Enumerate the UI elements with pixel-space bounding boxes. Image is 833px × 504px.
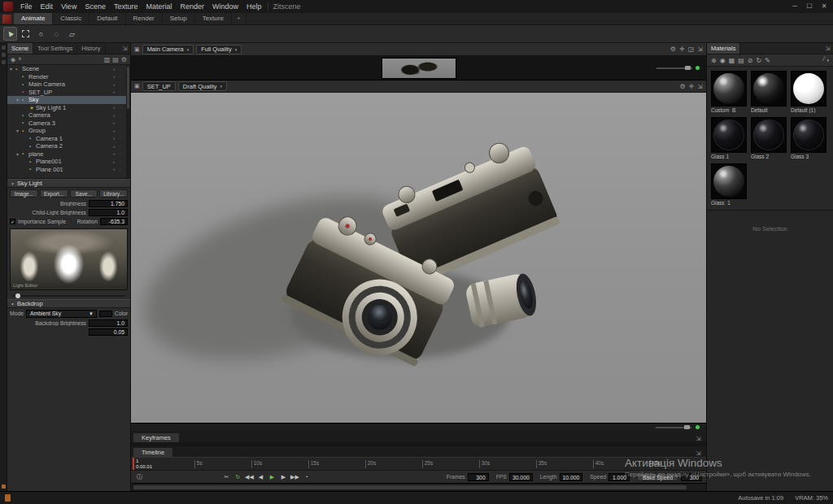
snap-icon[interactable]: ◲ — [688, 46, 695, 53]
tree-item-main-camera[interactable]: ▪ Main Camera — [7, 80, 130, 89]
material-thumbnail[interactable] — [711, 163, 747, 199]
edit-material-icon[interactable]: ✎ — [765, 57, 770, 64]
menu-texture[interactable]: Texture — [110, 0, 142, 13]
material-item[interactable]: Custom_B — [711, 71, 747, 113]
add-material-icon[interactable]: ⊕ — [711, 57, 717, 64]
image-button[interactable]: Image... — [10, 189, 38, 198]
notes-icon[interactable] — [5, 494, 11, 502]
slider-handle[interactable] — [685, 66, 691, 70]
gear-icon[interactable]: ⚙ — [679, 83, 685, 90]
refresh-icon[interactable]: ↻ — [757, 57, 762, 64]
circle-select-tool[interactable]: ○ — [34, 27, 48, 41]
child-brightness-field[interactable]: 1.0 — [89, 209, 128, 216]
tree-item-camera[interactable]: ▪ Camera — [7, 111, 130, 119]
menu-window[interactable]: Window — [208, 0, 242, 13]
tree-item-plane[interactable]: ▾ ▪ plane — [7, 150, 130, 159]
close-button[interactable]: ✕ — [817, 0, 831, 13]
select-arrow-tool[interactable]: ▶ — [3, 27, 17, 41]
panel-expand-icon[interactable]: ⇲ — [822, 43, 833, 54]
folder-icon[interactable]: ▤ — [112, 56, 119, 63]
tree-expander-icon[interactable]: ▾ — [16, 128, 22, 133]
material-sphere-icon[interactable]: ◉ — [720, 57, 726, 64]
lasso-select-tool[interactable]: ◌ — [50, 27, 63, 41]
end-frame-field[interactable]: 300 — [681, 473, 702, 481]
material-thumbnail[interactable] — [711, 71, 747, 106]
tab-keyframes[interactable]: Keyframes — [133, 432, 180, 442]
material-item[interactable]: Glass_1 — [711, 163, 747, 206]
tree-expander-icon[interactable]: ▾ — [10, 66, 15, 72]
new-folder-icon[interactable]: ▥ — [104, 56, 111, 63]
sky-light-section-header[interactable]: ▼ Sky Light — [7, 179, 130, 188]
material-item[interactable]: Default — [751, 71, 787, 113]
export-button[interactable]: Export... — [40, 189, 68, 198]
tree-item-camera-3[interactable]: ▪ Camera 3 — [7, 119, 130, 128]
timeline-hscrollbar[interactable] — [131, 483, 706, 491]
skip-end-button[interactable]: ▶▶ — [290, 472, 299, 481]
tree-item-scene[interactable]: ▾ ▪ Scene — [7, 65, 130, 73]
material-item[interactable]: Glass 3 — [791, 117, 826, 159]
step-back-button[interactable]: ◀ — [256, 472, 265, 481]
backdrop-section-header[interactable]: ▼ Backdrop — [7, 299, 130, 308]
viewport-name-box[interactable]: SET_UP — [142, 81, 176, 91]
expand-icon[interactable]: ⇲ — [697, 46, 703, 53]
skip-start-button[interactable]: ◀◀ — [245, 472, 254, 481]
material-item[interactable]: Glass 1 — [711, 117, 747, 159]
info-icon[interactable]: ⓘ — [135, 472, 144, 481]
step-forward-button[interactable]: ▶ — [279, 472, 288, 481]
backdrop-color-swatch[interactable] — [99, 311, 112, 317]
target-icon[interactable]: ⌖ — [18, 55, 22, 63]
tree-item-plane001[interactable]: ▪ Plane001 — [7, 158, 130, 166]
edge-tool-icon[interactable] — [2, 46, 6, 50]
render-time-icon[interactable]: ◔ — [302, 472, 311, 481]
material-thumbnail[interactable] — [751, 71, 787, 106]
tab-history[interactable]: History — [77, 43, 105, 54]
menu-file[interactable]: File — [16, 0, 37, 13]
gear-icon[interactable]: ⚙ — [670, 46, 676, 53]
crosshair-icon[interactable]: ✛ — [689, 83, 695, 90]
maximize-button[interactable]: ☐ — [802, 0, 817, 13]
backdrop-mode-dropdown[interactable]: Ambient Sky ▾ — [26, 310, 97, 318]
layout-tab-animate[interactable]: Animate — [14, 13, 53, 24]
playhead[interactable] — [133, 458, 134, 470]
preview-zoom-slider[interactable] — [656, 66, 700, 70]
layout-tab-default[interactable]: Default — [89, 13, 125, 24]
cut-keys-button[interactable]: ✂ — [222, 472, 231, 481]
brightness-field[interactable]: 1.750 — [89, 200, 128, 207]
add-layout-tab-button[interactable]: + — [232, 13, 246, 24]
grid-view-icon[interactable]: ▦ — [729, 57, 735, 64]
filter-icon[interactable]: ∕ — [823, 55, 824, 66]
hdri-preview[interactable]: Light Editor — [10, 228, 128, 290]
expand-icon[interactable]: ⇲ — [692, 450, 704, 457]
tab-materials[interactable]: Materials — [707, 43, 740, 54]
tab-scene[interactable]: Scene — [7, 43, 33, 54]
camera-select-dropdown[interactable]: Main Camera ▾ — [142, 45, 194, 54]
speed-field[interactable]: 1.000 — [608, 473, 630, 481]
tree-item-render[interactable]: ▪ Render — [7, 73, 130, 81]
menu-edit[interactable]: Edit — [37, 0, 58, 13]
save-button[interactable]: Save... — [70, 189, 98, 198]
expand-icon[interactable]: ⇲ — [697, 83, 703, 90]
rotation-field[interactable]: -635.3 — [100, 218, 128, 225]
tree-item-group[interactable]: ▾ ▪ Group — [7, 127, 130, 135]
library-button[interactable]: Library... — [99, 189, 128, 198]
polygon-select-tool[interactable]: ▱ — [65, 27, 79, 41]
material-thumbnail[interactable] — [791, 71, 826, 106]
edge-tool-icon[interactable] — [2, 53, 6, 57]
material-item[interactable]: Glass 2 — [751, 117, 787, 159]
tree-scrollbar[interactable] — [126, 65, 130, 178]
tree-expander-icon[interactable]: ▾ — [16, 151, 22, 157]
render-preview-thumbnail[interactable] — [382, 58, 456, 79]
importance-sample-checkbox[interactable]: ✓ — [10, 219, 15, 224]
backdrop-brightness-field[interactable]: 1.0 — [89, 319, 128, 327]
zoom-slider[interactable] — [656, 427, 691, 428]
quality-select-dropdown[interactable]: Full Quality ▾ — [196, 45, 242, 54]
viewport-3d[interactable] — [131, 93, 706, 423]
quality-select-dropdown[interactable]: Draft Quality ▾ — [178, 81, 227, 91]
material-item[interactable]: Default (1) — [791, 71, 826, 113]
bake-speed-button[interactable]: Bake Speed — [637, 473, 678, 481]
pin-icon[interactable]: ◈ — [11, 56, 15, 63]
chevron-down-icon[interactable]: ▾ — [826, 55, 829, 66]
layout-tab-setup[interactable]: Setup — [163, 13, 195, 24]
timeline-ruler[interactable]: 1 0:00.01 5s 10s 15s 20s 25s 30s 35s 40s… — [131, 457, 706, 470]
backdrop-secondary-field[interactable]: 0.05 — [89, 328, 128, 336]
